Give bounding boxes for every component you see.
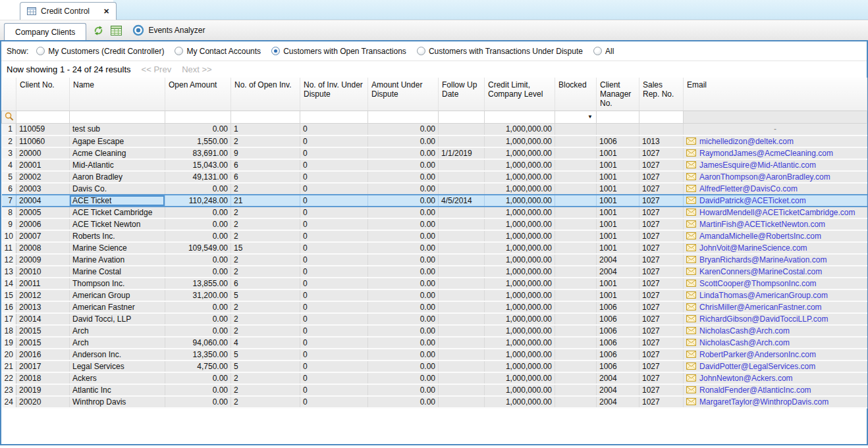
cell-email[interactable]: michelledizon@deltek.com: [684, 136, 867, 147]
cell-client_no[interactable]: 110060: [16, 136, 70, 147]
cell-email[interactable]: HowardMendell@ACETicketCambridge.com: [684, 207, 867, 218]
cell-open_amount[interactable]: 0.00: [165, 313, 231, 325]
row-number[interactable]: 16: [2, 301, 16, 313]
cell-open_inv[interactable]: 9: [231, 147, 300, 159]
cell-open_inv[interactable]: 6: [231, 278, 300, 289]
cell-inv_dispute[interactable]: 0: [300, 242, 368, 254]
table-row[interactable]: 2020016Anderson Inc.13,350.00500.001,000…: [2, 349, 867, 361]
cell-amount_dispute[interactable]: 0.00: [368, 195, 439, 207]
cell-amount_dispute[interactable]: 0.00: [368, 384, 439, 396]
cell-blocked[interactable]: [555, 159, 597, 171]
column-header-follow_up[interactable]: Follow Up Date: [439, 78, 485, 111]
cell-blocked[interactable]: [555, 372, 597, 384]
cell-inv_dispute[interactable]: 0: [300, 289, 368, 301]
cell-credit_limit[interactable]: 1,000,000.00: [485, 301, 555, 313]
cell-sales_rep[interactable]: 1027: [639, 337, 684, 349]
filter-input-client_mgr[interactable]: [598, 112, 637, 123]
cell-client_no[interactable]: 20019: [16, 384, 70, 396]
cell-client_mgr[interactable]: 2004: [597, 254, 639, 266]
radio-icon[interactable]: [36, 47, 45, 55]
cell-follow_up[interactable]: [439, 384, 485, 396]
cell-client_mgr[interactable]: 1001: [597, 242, 639, 254]
cell-client_mgr[interactable]: 1001: [597, 183, 639, 195]
cell-inv_dispute[interactable]: 0: [300, 313, 368, 325]
cell-name[interactable]: David Tocci, LLP: [70, 313, 165, 325]
cell-open_inv[interactable]: 2: [231, 218, 300, 230]
cell-inv_dispute[interactable]: 0: [300, 254, 368, 266]
cell-name[interactable]: test sub: [70, 124, 165, 136]
row-number[interactable]: 2: [2, 136, 16, 147]
column-header-client_mgr[interactable]: Client Manager No.: [597, 78, 639, 111]
cell-client_no[interactable]: 20013: [16, 301, 70, 313]
cell-open_inv[interactable]: 2: [231, 136, 300, 147]
cell-sales_rep[interactable]: 1027: [639, 254, 684, 266]
cell-follow_up[interactable]: [439, 136, 485, 147]
cell-blocked[interactable]: [555, 337, 597, 349]
email-envelope-icon[interactable]: [686, 244, 696, 251]
filter-input-open_inv[interactable]: [232, 112, 298, 123]
email-envelope-icon[interactable]: [686, 303, 696, 311]
email-envelope-icon[interactable]: [686, 173, 696, 180]
table-row[interactable]: 1120008Marine Science109,549.001500.001,…: [2, 242, 867, 254]
cell-sales_rep[interactable]: 1027: [639, 361, 684, 372]
cell-follow_up[interactable]: [439, 230, 485, 242]
cell-blocked[interactable]: [555, 230, 597, 242]
email-link[interactable]: DavidPatrick@ACETicket.com: [699, 196, 806, 205]
row-number[interactable]: 14: [2, 278, 16, 289]
cell-inv_dispute[interactable]: 0: [300, 183, 368, 195]
cell-blocked[interactable]: [555, 218, 597, 230]
cell-open_inv[interactable]: 2: [231, 230, 300, 242]
cell-follow_up[interactable]: [439, 278, 485, 289]
email-link[interactable]: AaronThompson@AaronBradley.com: [699, 172, 830, 182]
email-envelope-icon[interactable]: [686, 161, 696, 168]
column-header-sales_rep[interactable]: Sales Rep. No.: [639, 78, 684, 111]
cell-open_amount[interactable]: 0.00: [165, 325, 231, 337]
email-link[interactable]: JohnVoit@MarineScience.com: [699, 243, 807, 253]
cell-client_mgr[interactable]: 1006: [597, 361, 639, 372]
cell-sales_rep[interactable]: [639, 124, 684, 136]
cell-open_inv[interactable]: 6: [231, 171, 300, 183]
filter-select-blocked[interactable]: ▼: [555, 111, 597, 124]
email-link[interactable]: KarenConners@MarineCostal.com: [699, 267, 822, 276]
email-link[interactable]: NicholasCash@Arch.com: [699, 338, 790, 347]
cell-inv_dispute[interactable]: 0: [300, 124, 368, 136]
email-link[interactable]: RichardGibson@DavidTocciLLP.com: [699, 314, 828, 324]
cell-sales_rep[interactable]: 1027: [639, 325, 684, 337]
email-envelope-icon[interactable]: [686, 291, 696, 299]
cell-follow_up[interactable]: [439, 301, 485, 313]
cell-open_inv[interactable]: 5: [231, 289, 300, 301]
email-link[interactable]: michelledizon@deltek.com: [699, 137, 794, 146]
email-link[interactable]: JamesEsquire@Mid-Atlantic.com: [699, 161, 816, 170]
cell-client_no[interactable]: 20017: [16, 361, 70, 372]
cell-inv_dispute[interactable]: 0: [300, 159, 368, 171]
row-number[interactable]: 18: [2, 325, 16, 337]
email-link[interactable]: MartinFish@ACETicketNewton.com: [699, 220, 825, 229]
cell-inv_dispute[interactable]: 0: [300, 147, 368, 159]
cell-blocked[interactable]: [555, 183, 597, 195]
cell-client_no[interactable]: 20012: [16, 289, 70, 301]
row-number[interactable]: 12: [2, 254, 16, 266]
cell-name[interactable]: American Group: [70, 289, 165, 301]
email-envelope-icon[interactable]: [686, 374, 696, 382]
cell-credit_limit[interactable]: 1,000,000.00: [485, 289, 555, 301]
cell-client_no[interactable]: 20020: [16, 396, 70, 408]
email-envelope-icon[interactable]: [686, 315, 696, 322]
cell-credit_limit[interactable]: 1,000,000.00: [485, 278, 555, 289]
cell-client_mgr[interactable]: 1006: [597, 301, 639, 313]
row-number[interactable]: 10: [2, 230, 16, 242]
cell-client_no[interactable]: 20015: [16, 337, 70, 349]
filter-input-inv_dispute[interactable]: [302, 112, 366, 123]
cell-amount_dispute[interactable]: 0.00: [368, 301, 439, 313]
cell-blocked[interactable]: [555, 254, 597, 266]
row-number[interactable]: 9: [2, 218, 16, 230]
table-row[interactable]: 1110059test sub0.00100.001,000,000.00-: [2, 124, 867, 136]
cell-credit_limit[interactable]: 1,000,000.00: [485, 207, 555, 218]
cell-follow_up[interactable]: [439, 266, 485, 278]
cell-email[interactable]: RonaldFender@AtlanticInc.com: [684, 384, 867, 396]
cell-open_inv[interactable]: 2: [231, 301, 300, 313]
cell-open_inv[interactable]: 2: [231, 266, 300, 278]
tab-company-clients[interactable]: Company Clients: [4, 23, 86, 40]
row-number[interactable]: 23: [2, 384, 16, 396]
cell-open_inv[interactable]: 6: [231, 159, 300, 171]
cell-email[interactable]: -: [684, 124, 867, 136]
